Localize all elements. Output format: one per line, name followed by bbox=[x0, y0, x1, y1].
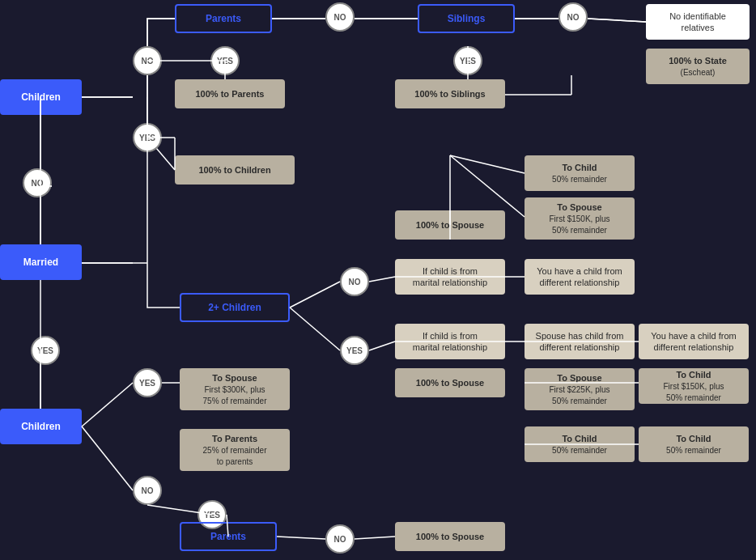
svg-line-37 bbox=[277, 537, 325, 539]
svg-line-30 bbox=[369, 342, 395, 350]
if-child-marital-yes-node: If child is frommarital relationship bbox=[395, 324, 505, 359]
pct-parents-node: 100% to Parents bbox=[175, 79, 285, 108]
circle-yes5: YES bbox=[133, 368, 162, 397]
to-child-4-node: To Child50% remainder bbox=[639, 426, 749, 462]
pct-spouse-top-node: 100% to Spouse bbox=[395, 210, 505, 240]
svg-line-28 bbox=[369, 277, 395, 282]
flowchart: Children Married Children Parents Siblin… bbox=[0, 0, 756, 560]
parents-bottom-node: Parents bbox=[180, 522, 277, 551]
svg-line-38 bbox=[355, 537, 395, 539]
to-spouse-2-node: To SpouseFirst $300K, plus75% of remaind… bbox=[180, 368, 290, 410]
circle-yes3: YES bbox=[133, 123, 162, 152]
svg-line-34 bbox=[82, 426, 133, 490]
circle-no2: NO bbox=[325, 2, 355, 32]
to-spouse-1-node: To SpouseFirst $150K, plus50% remainder bbox=[525, 197, 635, 240]
you-child-diff-yes-node: You have a child fromdifferent relations… bbox=[639, 324, 749, 359]
no-relatives-node: No identifiable relatives bbox=[646, 4, 750, 40]
circle-no-bottom: NO bbox=[133, 476, 162, 505]
to-parents-node: To Parents25% of remainderto parents bbox=[180, 429, 290, 471]
all-lines bbox=[0, 0, 756, 560]
svg-line-39 bbox=[450, 155, 525, 173]
circle-no5: NO bbox=[325, 524, 355, 554]
children-top-node: Children bbox=[0, 79, 82, 115]
circle-no3: NO bbox=[559, 2, 588, 32]
circle-no1: NO bbox=[133, 46, 162, 75]
svg-line-5 bbox=[588, 19, 646, 22]
spouse-child-diff-yes-node: Spouse has child fromdifferent relations… bbox=[525, 324, 635, 359]
parents-top-node: Parents bbox=[175, 4, 272, 33]
to-child-1-node: To Child50% remainder bbox=[525, 155, 635, 191]
svg-line-26 bbox=[290, 282, 340, 308]
pct-spouse-middle-node: 100% to Spouse bbox=[395, 368, 505, 397]
pct-siblings-node: 100% to Siblings bbox=[395, 79, 505, 108]
circle-yes1: YES bbox=[210, 46, 240, 75]
circle-yes-married: YES bbox=[340, 336, 369, 365]
pct-children-top-node: 100% to Children bbox=[175, 155, 295, 185]
siblings-node: Siblings bbox=[418, 4, 515, 33]
connector-lines bbox=[0, 0, 756, 560]
children-bottom-node: Children bbox=[0, 409, 82, 444]
circle-yes-siblings: YES bbox=[453, 46, 482, 75]
circle-no4: NO bbox=[340, 267, 369, 296]
circle-yes4: YES bbox=[31, 336, 60, 365]
to-spouse-3-node: To SpouseFirst $225K, plus50% remainder bbox=[525, 368, 635, 410]
svg-line-22 bbox=[588, 19, 646, 22]
svg-line-40 bbox=[450, 155, 525, 217]
you-child-diff-no-node: You have a child fromdifferent relations… bbox=[525, 259, 635, 295]
pct-spouse-bottom-node: 100% to Spouse bbox=[395, 522, 505, 551]
state-escheat-node: 100% to State(Escheat) bbox=[646, 49, 750, 84]
to-child-3-node: To Child50% remainder bbox=[525, 426, 635, 462]
married-node: Married bbox=[0, 244, 82, 280]
two-plus-children-node: 2+ Children bbox=[180, 293, 290, 322]
if-child-marital-no-node: If child is frommarital relationship bbox=[395, 259, 505, 295]
circle-no-married: NO bbox=[23, 168, 52, 197]
svg-line-27 bbox=[290, 308, 340, 350]
svg-line-33 bbox=[82, 383, 133, 426]
to-child-2-node: To ChildFirst $150K, plus50% remainder bbox=[639, 368, 749, 404]
